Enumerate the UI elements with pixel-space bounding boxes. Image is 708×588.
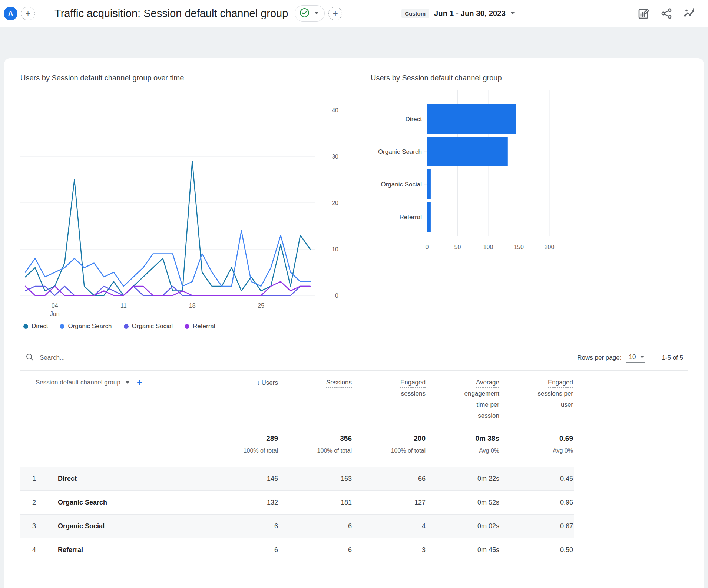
search-icon	[26, 353, 34, 363]
row-index: 3	[20, 514, 43, 538]
row-metric-cell: 4	[353, 514, 426, 538]
avatar[interactable]: A	[4, 7, 17, 20]
legend-dot-icon	[185, 324, 189, 329]
svg-text:Organic Search: Organic Search	[378, 148, 422, 155]
chevron-down-icon	[511, 12, 515, 14]
report-canvas: Users by Session default channel group o…	[0, 27, 708, 588]
page-title: Traffic acquisition: Session default cha…	[54, 7, 288, 20]
bar-chart[interactable]: 050100150200DirectOrganic SearchOrganic …	[371, 87, 573, 258]
add-user-button[interactable]: +	[21, 7, 35, 20]
share-icon[interactable]	[660, 7, 673, 20]
chevron-down-icon	[640, 356, 644, 358]
date-range-value: Jun 1 - Jun 30, 2023	[434, 9, 506, 18]
row-metric-cell: 6	[279, 514, 353, 538]
row-metric-cell: 0m 02s	[426, 514, 500, 538]
row-metric-cell: 6	[205, 538, 279, 562]
row-metric-cell: 163	[279, 467, 353, 490]
svg-text:18: 18	[189, 303, 196, 309]
chevron-down-icon	[126, 381, 129, 384]
pagination-range: 1-5 of 5	[662, 354, 683, 361]
data-table: Session default channel group + ↓UsersSe…	[20, 370, 688, 562]
line-chart[interactable]: 01020304004Jun111825	[20, 87, 344, 317]
chevron-down-icon	[315, 12, 318, 14]
add-dimension-button[interactable]: +	[137, 379, 143, 386]
totals-dimension-cell	[20, 423, 205, 467]
legend-dot-icon	[60, 324, 64, 329]
row-metric-cell: 0.50	[500, 538, 574, 562]
legend-item: Organic Social	[124, 323, 173, 330]
legend-item: Organic Search	[60, 323, 112, 330]
svg-text:10: 10	[332, 246, 338, 252]
row-dimension: Referral	[43, 538, 205, 562]
row-metric-cell: 0.96	[500, 490, 574, 514]
search-input[interactable]	[40, 354, 195, 361]
totals-cell: 0.69Avg 0%	[500, 423, 574, 467]
column-header[interactable]: Averageengagementtime persession	[426, 371, 500, 423]
svg-text:11: 11	[120, 303, 127, 309]
legend-dot-icon	[124, 324, 129, 329]
date-range-type-badge: Custom	[401, 9, 429, 18]
approved-check-icon	[300, 8, 310, 19]
header-divider	[44, 6, 44, 21]
column-header[interactable]: Sessions	[279, 371, 353, 423]
svg-text:50: 50	[454, 244, 461, 250]
date-range-picker[interactable]: Custom Jun 1 - Jun 30, 2023	[401, 9, 515, 18]
totals-cell: 200100% of total	[353, 423, 426, 467]
svg-text:04: 04	[52, 303, 58, 309]
row-metric-cell: 0m 45s	[426, 538, 500, 562]
row-metric-cell: 0m 52s	[426, 490, 500, 514]
row-metric-cell: 181	[279, 490, 353, 514]
rows-per-page-select[interactable]: 10	[626, 353, 645, 363]
row-metric-cell: 3	[353, 538, 426, 562]
rows-per-page-label: Rows per page:	[577, 354, 621, 361]
row-dimension: Direct	[43, 467, 205, 490]
top-bar: A + Traffic acquisition: Session default…	[0, 0, 708, 27]
row-metric-cell: 6	[279, 538, 353, 562]
legend-item: Direct	[23, 323, 48, 330]
table-toolbar: Rows per page: 10 1-5 of 5	[20, 345, 688, 370]
row-index: 4	[20, 538, 43, 562]
svg-text:0: 0	[335, 293, 338, 299]
legend-dot-icon	[23, 324, 28, 329]
bar-chart-block: Users by Session default channel group 0…	[371, 74, 688, 330]
row-metric-cell: 0m 22s	[426, 467, 500, 490]
svg-text:Referral: Referral	[400, 214, 422, 221]
add-comparison-button[interactable]: +	[328, 7, 342, 20]
sort-arrow-icon: ↓	[257, 379, 260, 388]
svg-text:100: 100	[483, 244, 493, 250]
line-legend: DirectOrganic SearchOrganic SocialReferr…	[23, 323, 344, 330]
svg-text:Direct: Direct	[406, 116, 422, 123]
column-header[interactable]: Engagedsessions peruser	[500, 371, 574, 423]
totals-cell: 0m 38sAvg 0%	[426, 423, 500, 467]
row-dimension: Organic Search	[43, 490, 205, 514]
row-metric-cell: 0.45	[500, 467, 574, 490]
svg-text:Jun: Jun	[50, 311, 60, 317]
svg-text:30: 30	[332, 153, 338, 160]
svg-text:0: 0	[426, 244, 429, 250]
row-metric-cell: 132	[205, 490, 279, 514]
svg-text:200: 200	[545, 244, 555, 250]
svg-text:Organic Social: Organic Social	[381, 181, 422, 188]
dimension-header[interactable]: Session default channel group +	[20, 371, 205, 423]
line-chart-block: Users by Session default channel group o…	[20, 74, 344, 330]
row-dimension: Organic Social	[43, 514, 205, 538]
svg-text:20: 20	[332, 200, 338, 206]
svg-text:25: 25	[258, 303, 264, 309]
row-metric-cell: 66	[353, 467, 426, 490]
row-metric-cell: 0.67	[500, 514, 574, 538]
totals-cell: 356100% of total	[279, 423, 353, 467]
insights-icon[interactable]	[683, 6, 697, 20]
line-chart-title: Users by Session default channel group o…	[20, 74, 344, 82]
row-metric-cell: 127	[353, 490, 426, 514]
column-header[interactable]: ↓Users	[205, 371, 279, 423]
report-approved-badge[interactable]	[295, 5, 325, 22]
row-metric-cell: 146	[205, 467, 279, 490]
column-header[interactable]: Engagedsessions	[353, 371, 426, 423]
bar-chart-title: Users by Session default channel group	[371, 74, 688, 82]
edit-report-icon[interactable]	[637, 7, 651, 20]
svg-text:150: 150	[514, 244, 524, 250]
row-index: 1	[20, 467, 43, 490]
row-metric-cell: 6	[205, 514, 279, 538]
report-card: Users by Session default channel group o…	[4, 58, 704, 588]
svg-text:40: 40	[332, 107, 338, 113]
